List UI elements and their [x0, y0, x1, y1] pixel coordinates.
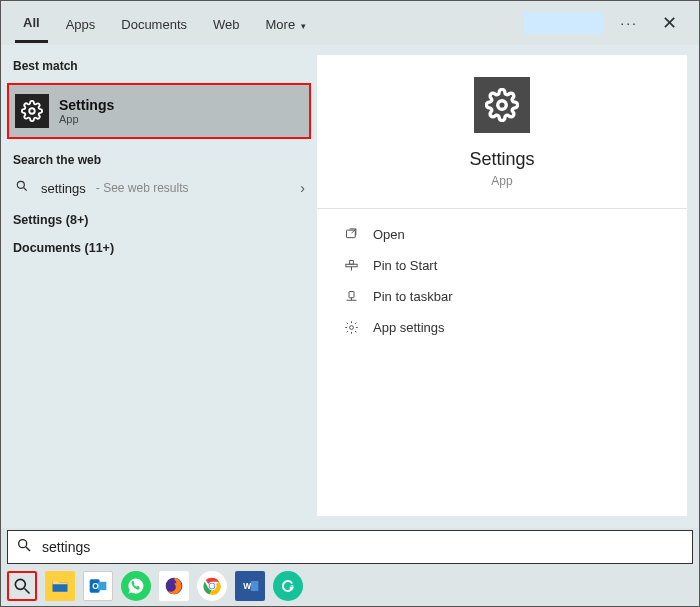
svg-point-10 [15, 579, 25, 589]
svg-rect-20 [251, 581, 259, 591]
firefox-icon[interactable] [159, 571, 189, 601]
options-icon[interactable]: ··· [614, 11, 644, 35]
chevron-down-icon: ▾ [301, 21, 306, 31]
best-match-label: Best match [1, 53, 317, 79]
action-app-settings[interactable]: App settings [317, 312, 687, 343]
details-card: Settings App Open Pin to Start Pin to ta… [317, 55, 687, 516]
web-result-row[interactable]: settings - See web results › [1, 173, 317, 203]
details-title: Settings [469, 149, 534, 170]
taskbar: O W [1, 566, 699, 606]
svg-point-1 [17, 181, 24, 188]
web-hint: - See web results [96, 181, 189, 195]
chrome-icon[interactable] [197, 571, 227, 601]
main-area: Best match Settings App Search the web s… [1, 45, 699, 528]
svg-line-11 [25, 589, 30, 594]
gear-icon [343, 320, 359, 335]
tab-web[interactable]: Web [205, 5, 248, 42]
best-match-text: Settings App [59, 97, 114, 125]
tab-more[interactable]: More ▾ [258, 5, 314, 42]
details-subtitle: App [491, 174, 512, 188]
open-icon [343, 227, 359, 242]
web-query: settings [41, 181, 86, 196]
tab-more-label: More [266, 17, 296, 32]
search-icon [13, 179, 31, 197]
category-documents[interactable]: Documents (11+) [1, 231, 317, 259]
svg-text:W: W [243, 581, 251, 591]
best-match-subtitle: App [59, 113, 114, 125]
whatsapp-icon[interactable] [121, 571, 151, 601]
action-pin-taskbar[interactable]: Pin to taskbar [317, 281, 687, 312]
action-open[interactable]: Open [317, 219, 687, 250]
svg-point-18 [210, 584, 215, 589]
svg-line-2 [24, 188, 27, 191]
chevron-right-icon: › [300, 180, 305, 196]
tab-apps[interactable]: Apps [58, 5, 104, 42]
file-explorer-icon[interactable] [45, 571, 75, 601]
account-chip[interactable] [524, 12, 604, 34]
search-box[interactable] [7, 530, 693, 564]
svg-line-9 [26, 547, 30, 551]
action-app-settings-label: App settings [373, 320, 445, 335]
search-web-label: Search the web [1, 147, 317, 173]
category-settings[interactable]: Settings (8+) [1, 203, 317, 231]
svg-point-3 [498, 101, 507, 110]
svg-rect-6 [349, 292, 354, 298]
settings-icon [15, 94, 49, 128]
details-panel: Settings App Open Pin to Start Pin to ta… [317, 45, 699, 528]
actions-list: Open Pin to Start Pin to taskbar App set… [317, 209, 687, 353]
svg-rect-13 [98, 582, 106, 590]
svg-text:O: O [92, 581, 99, 591]
svg-point-7 [349, 326, 353, 330]
taskbar-search-button[interactable] [7, 571, 37, 601]
action-pin-taskbar-label: Pin to taskbar [373, 289, 453, 304]
svg-point-8 [19, 540, 27, 548]
filter-tabs: All Apps Documents Web More ▾ ··· ✕ [1, 1, 699, 45]
pin-taskbar-icon [343, 289, 359, 304]
tab-all[interactable]: All [15, 3, 48, 43]
settings-icon [474, 77, 530, 133]
action-open-label: Open [373, 227, 405, 242]
action-pin-start[interactable]: Pin to Start [317, 250, 687, 281]
close-icon[interactable]: ✕ [654, 8, 685, 38]
grammarly-icon[interactable] [273, 571, 303, 601]
best-match-result[interactable]: Settings App [7, 83, 311, 139]
tab-documents[interactable]: Documents [113, 5, 195, 42]
pin-start-icon [343, 258, 359, 273]
search-icon [16, 537, 36, 557]
search-input[interactable] [36, 539, 684, 555]
results-panel: Best match Settings App Search the web s… [1, 45, 317, 528]
action-pin-start-label: Pin to Start [373, 258, 437, 273]
outlook-icon[interactable]: O [83, 571, 113, 601]
best-match-title: Settings [59, 97, 114, 113]
svg-point-0 [29, 108, 35, 114]
word-icon[interactable]: W [235, 571, 265, 601]
